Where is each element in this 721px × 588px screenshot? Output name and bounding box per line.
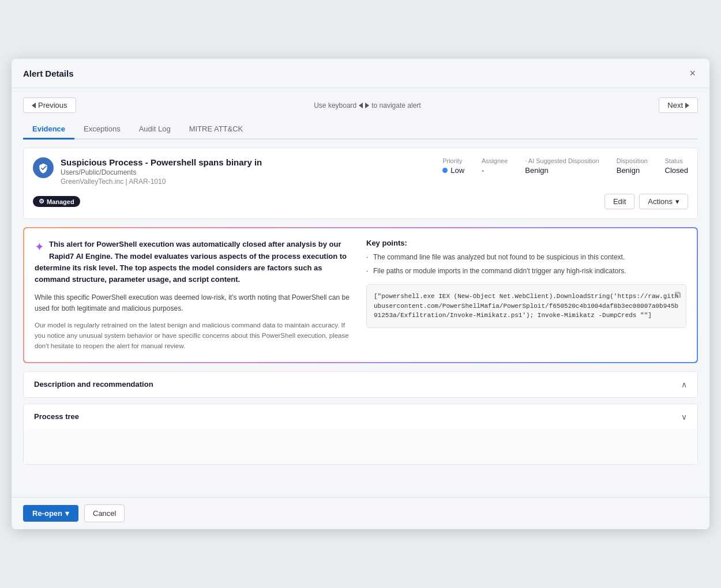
ai-analysis-card: ✦ This alert for PowerShell execution wa… (24, 228, 697, 361)
tab-mitre[interactable]: MITRE ATT&CK (180, 120, 253, 140)
chevron-down-icon: ▾ (65, 509, 69, 518)
chevron-down-icon: ∨ (681, 412, 687, 421)
tab-evidence[interactable]: Evidence (23, 120, 74, 140)
priority-dot (442, 168, 448, 173)
ai-main-text: This alert for PowerShell execution was … (35, 239, 355, 285)
modal-body: Previous Use keyboard to navigate alert … (12, 88, 709, 496)
status-group: Status Closed (665, 157, 688, 175)
alert-icon (33, 157, 54, 178)
actions-button[interactable]: Actions ▾ (639, 194, 688, 209)
ai-sub-text: While this specific PowerShell execution… (35, 292, 355, 314)
alert-card-bottom: ⚙ Managed Edit Actions ▾ (33, 194, 688, 209)
chevron-down-icon: ▾ (675, 197, 679, 206)
tab-exceptions[interactable]: Exceptions (74, 120, 130, 140)
previous-button[interactable]: Previous (23, 97, 76, 113)
close-button[interactable]: × (687, 67, 698, 80)
modal-header: Alert Details × (12, 59, 709, 88)
chevron-left-icon (32, 103, 36, 108)
keyboard-right-icon (365, 103, 369, 108)
assignee-group: Assignee - (482, 157, 508, 175)
copy-button[interactable]: ⧉ (675, 289, 681, 300)
process-tree-title: Process tree (34, 412, 79, 421)
keyboard-hint: Use keyboard to navigate alert (314, 101, 420, 110)
alert-path: Users/Public/Documents (61, 168, 435, 176)
next-button[interactable]: Next (659, 97, 698, 113)
keyboard-left-icon (359, 103, 363, 108)
reopen-button[interactable]: Re-open ▾ (23, 505, 78, 522)
alert-info: Suspicious Process - Powershell spans bi… (61, 157, 435, 186)
tab-bar: Evidence Exceptions Audit Log MITRE ATT&… (23, 120, 698, 140)
key-points-list: The command line file was analyzed but n… (366, 252, 686, 276)
key-points-title: Key points: (366, 239, 686, 247)
chevron-right-icon (685, 103, 689, 108)
alert-details-modal: Alert Details × Previous Use keyboard to… (12, 59, 709, 529)
modal-footer: Re-open ▾ Cancel (12, 497, 709, 529)
cancel-button[interactable]: Cancel (84, 504, 125, 522)
alert-meta: Priority Low Assignee - · AI Suggested D… (442, 157, 688, 175)
alert-card: Suspicious Process - Powershell spans bi… (23, 148, 698, 219)
spacer (23, 470, 698, 488)
tab-audit-log[interactable]: Audit Log (130, 120, 180, 140)
edit-button[interactable]: Edit (604, 194, 634, 209)
ai-sparkle-icon: ✦ (35, 240, 44, 254)
code-block: ["powershell.exe IEX (New-Object Net.Web… (366, 284, 686, 328)
description-section-header[interactable]: Description and recommendation ∧ (24, 372, 697, 397)
description-section: Description and recommendation ∧ (23, 371, 698, 398)
process-tree-header[interactable]: Process tree ∨ (24, 404, 697, 429)
process-tree-section: Process tree ∨ (23, 404, 698, 465)
description-section-title: Description and recommendation (34, 380, 153, 389)
managed-badge: ⚙ Managed (33, 196, 80, 207)
key-point-item: The command line file was analyzed but n… (366, 252, 686, 262)
ai-suggestion-group: · AI Suggested Disposition Benign (525, 157, 599, 175)
alert-title: Suspicious Process - Powershell spans bi… (61, 157, 435, 167)
key-point-item: File paths or module imports in the comm… (366, 266, 686, 276)
ai-card-right: Key points: The command line file was an… (366, 239, 686, 351)
ai-card-left: ✦ This alert for PowerShell execution wa… (35, 239, 355, 351)
alert-card-top: Suspicious Process - Powershell spans bi… (33, 157, 688, 186)
disposition-group: Disposition Benign (617, 157, 648, 175)
modal-title: Alert Details (23, 69, 74, 78)
ai-analysis-card-wrapper: ✦ This alert for PowerShell execution wa… (23, 227, 698, 363)
priority-value: Low (442, 166, 464, 175)
chevron-up-icon: ∧ (681, 380, 687, 389)
ai-footer-text: Our model is regularly retrained on the … (35, 321, 355, 351)
navigation-bar: Previous Use keyboard to navigate alert … (23, 97, 698, 113)
process-tree-body (24, 429, 697, 464)
priority-group: Priority Low (442, 157, 464, 175)
card-actions: Edit Actions ▾ (604, 194, 688, 209)
alert-org: GreenValleyTech.inc | ARAR-1010 (61, 178, 435, 186)
